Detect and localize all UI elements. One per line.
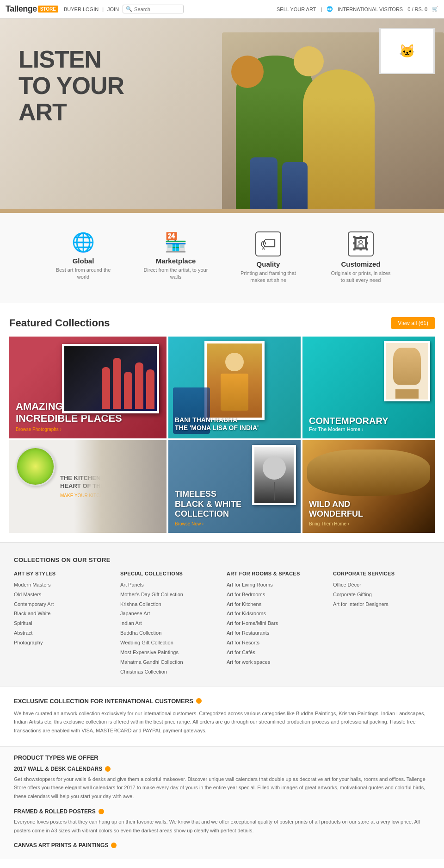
footer-item[interactable]: Art for work spaces (227, 657, 324, 667)
collection-timeless-bw[interactable]: TIMELESSBLACK & WHITECOLLECTION Browse N… (168, 440, 301, 533)
feature-quality: 🏷 Quality Printing and framing that make… (236, 231, 301, 284)
quality-feature-icon: 🏷 (255, 231, 281, 256)
footer-item[interactable]: Mother's Day Gift Collection (120, 590, 217, 599)
hero-bottom-bar (0, 209, 444, 213)
cat-frame: 🐱 (379, 28, 435, 74)
sell-art-link[interactable]: SELL YOUR ART (277, 6, 316, 12)
wild-label: WILD ANDWONDERFUL (309, 500, 363, 519)
product-type-canvas: CANVAS ART PRINTS & PAINTINGS (14, 842, 430, 849)
intl-section-title: EXCLUSIVE COLLECTION FOR INTERNATIONAL C… (14, 698, 430, 705)
footer-item[interactable]: Art Panels (120, 580, 217, 590)
bani-thani-label: BANI THANI RADHATHE 'MONA LISA OF INDIA' (175, 416, 259, 432)
feature-global-title: Global (73, 257, 94, 265)
collection-bani-thani[interactable]: BANI THANI RADHATHE 'MONA LISA OF INDIA' (168, 337, 301, 438)
footer-item[interactable]: Office Décor (333, 580, 430, 590)
header-nav: BUYER LOGIN | JOIN (64, 6, 119, 12)
posters-text: Everyone loves posters that they can han… (14, 818, 430, 835)
feature-global-desc: Best art from around the world (51, 267, 116, 281)
footer-columns: ART BY STYLES Modern Masters Old Masters… (14, 571, 430, 677)
international-link[interactable]: INTERNATIONAL VISITORS (338, 6, 403, 12)
featured-collections-title: Featured Collections (9, 317, 110, 329)
cart-info[interactable]: 0 / RS. 0 (407, 6, 427, 12)
view-all-button[interactable]: View all (61) (391, 317, 435, 329)
footer-item[interactable]: Most Expensive Paintings (120, 648, 217, 657)
footer-collections: COLLECTIONS ON OUR STORE ART BY STYLES M… (0, 542, 444, 686)
features-row: 🌐 Global Best art from around the world … (0, 213, 444, 303)
product-type-calendars: 2017 WALL & DESK CALENDARS Get showstopp… (14, 766, 430, 801)
feature-customized-desc: Originals or prints, in sizes to suit ev… (328, 270, 393, 284)
footer-item[interactable]: Wedding Gift Collection (120, 638, 217, 648)
footer-item[interactable]: Art for Kidsrooms (227, 609, 324, 618)
featured-collections-section: Featured Collections View all (61) AMAZI… (0, 303, 444, 542)
footer-item[interactable]: Abstract (14, 628, 111, 638)
footer-col-styles-title: ART BY STYLES (14, 571, 111, 576)
feature-marketplace: 🏪 Marketplace Direct from the artist, to… (143, 231, 208, 284)
feature-quality-desc: Printing and framing that makes art shin… (236, 270, 301, 284)
footer-item[interactable]: Art for Restaurants (227, 628, 324, 638)
cart-icon: 🛒 (432, 6, 438, 12)
search-input[interactable] (134, 6, 180, 12)
collection-kitchen[interactable]: THE KITCHEN IS THEHEART OF THE HOME MAKE… (9, 440, 166, 533)
footer-main-title: COLLECTIONS ON OUR STORE (14, 556, 430, 563)
product-types-title: PRODUCT TYPES WE OFFER (14, 754, 430, 761)
search-icon: 🔍 (126, 6, 132, 12)
footer-col-corporate-title: CORPORATE SERVICES (333, 571, 430, 576)
collection-wild[interactable]: WILD ANDWONDERFUL Bring Them Home › (302, 440, 435, 533)
feature-global: 🌐 Global Best art from around the world (51, 231, 116, 284)
footer-item[interactable]: Mahatma Gandhi Collection (120, 657, 217, 667)
timeless-bw-label: TIMELESSBLACK & WHITECOLLECTION (175, 489, 241, 519)
cat-icon: 🐱 (399, 44, 415, 59)
footer-item[interactable]: Buddha Collection (120, 628, 217, 638)
store-badge: STORE (38, 6, 58, 12)
footer-item[interactable]: Old Masters (14, 590, 111, 599)
footer-item[interactable]: Art for Cafés (227, 648, 324, 657)
footer-item[interactable]: Krishna Collection (120, 599, 217, 609)
footer-item[interactable]: Christmas Collection (120, 667, 217, 677)
logo[interactable]: Tallenge STORE (6, 4, 58, 14)
footer-item[interactable]: Art for Kitchens (227, 599, 324, 609)
footer-item[interactable]: Spiritual (14, 618, 111, 628)
footer-item[interactable]: Art for Interior Designers (333, 599, 430, 609)
hero-banner: LISTEN TO YOUR ART 🐱 (0, 19, 444, 213)
globe-icon: 🌐 (327, 6, 333, 12)
contemporary-label: CONTEMPORARY (309, 415, 388, 426)
featured-header: Featured Collections View all (61) (9, 317, 435, 329)
marketplace-feature-icon: 🏪 (164, 231, 187, 253)
footer-item[interactable]: Art for Resorts (227, 638, 324, 648)
intl-section-text: We have curated an artwork collection ex… (14, 709, 430, 735)
product-types-section: PRODUCT TYPES WE OFFER 2017 WALL & DESK … (0, 746, 444, 859)
footer-item[interactable]: Art for Living Rooms (227, 580, 324, 590)
footer-col-corporate: CORPORATE SERVICES Office Décor Corporat… (333, 571, 430, 677)
footer-item[interactable]: Japanese Art (120, 609, 217, 618)
collections-grid: AMAZING PEOPLE &INCREDIBLE PLACES Browse… (9, 337, 435, 533)
footer-item[interactable]: Photography (14, 638, 111, 648)
feature-customized-title: Customized (341, 260, 380, 268)
footer-col-rooms-title: ART FOR ROOMS & SPACES (227, 571, 324, 576)
collection-amazing-people[interactable]: AMAZING PEOPLE &INCREDIBLE PLACES Browse… (9, 337, 166, 438)
footer-item[interactable]: Art for Bedrooms (227, 590, 324, 599)
feature-marketplace-title: Marketplace (156, 257, 196, 265)
footer-col-styles: ART BY STYLES Modern Masters Old Masters… (14, 571, 111, 677)
search-container: 🔍 (123, 5, 184, 13)
footer-item[interactable]: Black and White (14, 609, 111, 618)
collection-contemporary[interactable]: CONTEMPORARY For The Modern Home › (302, 337, 435, 438)
amazing-people-link[interactable]: Browse Photographs › (16, 427, 122, 432)
footer-item[interactable]: Art for Home/Mini Bars (227, 618, 324, 628)
feature-marketplace-desc: Direct from the artist, to your walls (143, 267, 208, 281)
footer-item[interactable]: Corporate Gifting (333, 590, 430, 599)
wild-sublabel: Bring Them Home › (309, 521, 363, 526)
buyer-login-link[interactable]: BUYER LOGIN (64, 6, 99, 12)
footer-item[interactable]: Modern Masters (14, 580, 111, 590)
timeless-bw-link[interactable]: Browse Now › (175, 521, 241, 526)
orange-dot-icon (105, 766, 111, 772)
hero-text: LISTEN TO YOUR ART (18, 46, 124, 126)
footer-item[interactable]: Contemporary Art (14, 599, 111, 609)
intl-customers-section: EXCLUSIVE COLLECTION FOR INTERNATIONAL C… (0, 686, 444, 746)
join-link[interactable]: JOIN (107, 6, 119, 12)
calendars-text: Get showstoppers for your walls & desks … (14, 775, 430, 801)
orange-dot-icon (99, 809, 104, 814)
feature-customized: 🖼 Customized Originals or prints, in siz… (328, 231, 393, 284)
logo-text: Tallenge (6, 4, 37, 14)
footer-item[interactable]: Indian Art (120, 618, 217, 628)
footer-col-special-title: SPECIAL COLLECTIONS (120, 571, 217, 576)
